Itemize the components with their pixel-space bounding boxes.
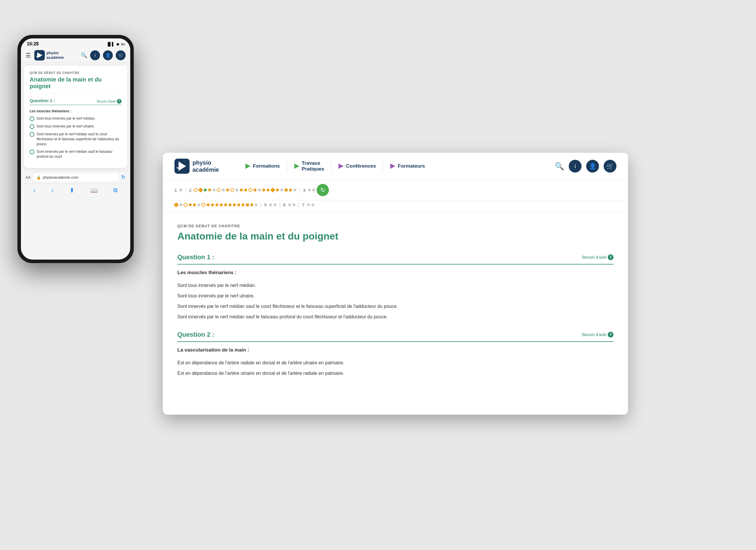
prog-dot-18 xyxy=(312,188,315,191)
desktop-help-circle-2: ? xyxy=(608,332,614,338)
prog-diamond-1 xyxy=(193,188,198,193)
prog-dot-r2-2 xyxy=(189,203,192,206)
phone-cart-icon[interactable]: 🛒 xyxy=(116,50,126,60)
phone-logo-icon xyxy=(34,50,45,60)
phone-question-label: Question 1 : xyxy=(30,98,55,103)
prog-dot-r2-18 xyxy=(288,203,291,206)
prog-dot-16 xyxy=(293,188,296,191)
mobile-phone: 16:28 ▐▌▌ ◈ ▭ ☰ physio académie xyxy=(17,35,134,263)
prog-dot-green xyxy=(204,188,207,191)
phone-radio-1[interactable] xyxy=(30,116,34,121)
phone-info-icon[interactable]: i xyxy=(90,50,100,60)
nav-travaux-pratiques[interactable]: Travaux Pratiques xyxy=(287,158,331,174)
nav-formations[interactable]: Formations xyxy=(238,161,287,171)
desktop-content: QCM DE DÉBUT DE CHAPITRE Anatomie de la … xyxy=(163,212,628,399)
phone-font-size-label[interactable]: AA xyxy=(26,175,31,179)
prog-dot-15 xyxy=(289,188,292,191)
prog-diamond-2 xyxy=(198,188,203,193)
desktop-question-1: Question 1 : Besoin d'aide ? Les muscles… xyxy=(177,253,614,322)
prog-dot-r2-21 xyxy=(311,203,314,206)
prog-dot-2 xyxy=(208,188,211,191)
prog-dot-9 xyxy=(254,188,256,191)
prog-dot-r2-20 xyxy=(307,203,310,206)
desktop-answer-1-3: Sont innervés par le nerf médian sauf le… xyxy=(177,301,614,312)
desktop-nav-links: Formations Travaux Pratiques Conférences… xyxy=(238,158,543,174)
prog-diamond-5 xyxy=(248,188,253,193)
phone-chapter-label: QCM DE DÉBUT DE CHAPITRE xyxy=(30,71,122,74)
desktop-besoin-aide-1[interactable]: Besoin d'aide ? xyxy=(582,254,614,260)
phone-radio-3[interactable] xyxy=(30,132,34,137)
phone-back-button[interactable]: ‹ xyxy=(33,187,35,193)
status-icons: ▐▌▌ ◈ ▭ xyxy=(106,42,124,46)
desktop-answer-2-2: Est en dépendance de l'artère ulnaire en… xyxy=(177,368,614,379)
desktop-q1-title: Question 1 : xyxy=(177,253,214,261)
desktop-info-icon[interactable]: i xyxy=(569,160,582,172)
prog-dot-3 xyxy=(213,188,215,191)
phone-url-input[interactable]: 🔒 physioacademie.com xyxy=(33,173,118,181)
phone-nav: ☰ physio académie 🔍 i 👤 🛒 xyxy=(21,48,130,63)
prog-diamond-r2-1 xyxy=(174,202,179,207)
prog-dot-5 xyxy=(226,188,229,191)
progress-bar: 1 | 2 | xyxy=(163,180,628,200)
phone-content-card: QCM DE DÉBUT DE CHAPITRE Anatomie de la … xyxy=(24,65,127,168)
prog-dot-r2-17 xyxy=(274,203,277,206)
phone-refresh-icon[interactable]: ↻ xyxy=(121,174,126,180)
desktop-logo-icon xyxy=(174,159,190,174)
formateurs-arrow-icon xyxy=(390,163,395,169)
desktop-search-icon[interactable]: 🔍 xyxy=(555,162,564,171)
phone-answer-1: Sont tous innervés par le nerf médian. xyxy=(30,116,122,121)
phone-browser-nav: ‹ › ⬆ 📖 ⧉ xyxy=(21,184,130,197)
prog-dot-6 xyxy=(236,188,238,191)
desktop-account-icon[interactable]: 👤 xyxy=(586,160,599,172)
refresh-progress-button[interactable]: ↻ xyxy=(317,184,329,196)
conferences-arrow-icon xyxy=(338,163,344,169)
prog-dot-14 xyxy=(280,188,283,191)
battery-icon: ▭ xyxy=(121,42,124,46)
prog-dot-4 xyxy=(222,188,225,191)
status-time: 16:28 xyxy=(27,41,39,47)
phone-account-icon[interactable]: 👤 xyxy=(103,50,113,60)
desktop-cart-icon[interactable]: 🛒 xyxy=(604,160,616,172)
desktop-answer-1-2: Sont tous innervés par le nerf ulnaire. xyxy=(177,291,614,301)
phone-question-divider xyxy=(30,105,122,105)
desktop-nav: physio académie Formations Travaux Prati… xyxy=(163,153,628,180)
phone-search-icon[interactable]: 🔍 xyxy=(81,52,87,58)
phone-radio-2[interactable] xyxy=(30,124,34,129)
phone-share-button[interactable]: ⬆ xyxy=(69,187,74,194)
desktop-window: physio académie Formations Travaux Prati… xyxy=(163,153,628,415)
prog-dot-7 xyxy=(240,188,243,191)
phone-besoin-aide[interactable]: Besoin d'aide ? xyxy=(97,99,122,104)
prog-dot-r2-9 xyxy=(224,203,227,206)
desktop-logo: physio académie xyxy=(174,159,227,174)
phone-tabs-button[interactable]: ⧉ xyxy=(113,187,117,193)
prog-dot-r2-6 xyxy=(211,203,214,206)
prog-dot-1 xyxy=(179,188,182,191)
prog-square-r2-1 xyxy=(246,203,249,206)
desktop-q2-header: Question 2 : Besoin d'aide ? xyxy=(177,331,614,342)
phone-bookmarks-button[interactable]: 📖 xyxy=(90,187,98,194)
nav-formateurs[interactable]: Formateurs xyxy=(383,161,432,171)
prog-dot-r2-12 xyxy=(237,203,240,206)
phone-question-1: Question 1 : Besoin d'aide ? Les muscles… xyxy=(30,98,122,159)
prog-dot-r2-19 xyxy=(293,203,295,206)
phone-forward-button[interactable]: › xyxy=(51,187,54,193)
desktop-besoin-aide-2[interactable]: Besoin d'aide ? xyxy=(582,332,614,338)
prog-dot-r2-7 xyxy=(215,203,218,206)
desktop-q1-header: Question 1 : Besoin d'aide ? xyxy=(177,253,614,264)
desktop-answer-1-4: Sont innervés par le nerf médian sauf le… xyxy=(177,312,614,322)
phone-nav-icons: 🔍 i 👤 🛒 xyxy=(81,50,126,60)
desktop-question-2: Question 2 : Besoin d'aide ? La vascular… xyxy=(177,331,614,379)
phone-radio-4[interactable] xyxy=(30,149,34,154)
phone-help-icon: ? xyxy=(117,99,122,104)
prog-dot-r2-16 xyxy=(269,203,272,206)
progress-row-1: 1 | 2 | xyxy=(174,184,329,196)
phone-url-bar-container: AA 🔒 physioacademie.com ↻ xyxy=(21,171,130,184)
prog-dot-r2-14 xyxy=(250,203,253,206)
hamburger-icon[interactable]: ☰ xyxy=(26,52,31,59)
formations-arrow-icon xyxy=(245,163,251,169)
phone-answer-2: Sont tous innervés par le nerf ulnaire. xyxy=(30,124,122,129)
nav-conferences[interactable]: Conférences xyxy=(331,161,383,171)
prog-dot-r2-8 xyxy=(220,203,223,206)
desktop-answer-2-1: Est en dépendance de l'artère radiale en… xyxy=(177,358,614,368)
prog-dot-8 xyxy=(244,188,247,191)
